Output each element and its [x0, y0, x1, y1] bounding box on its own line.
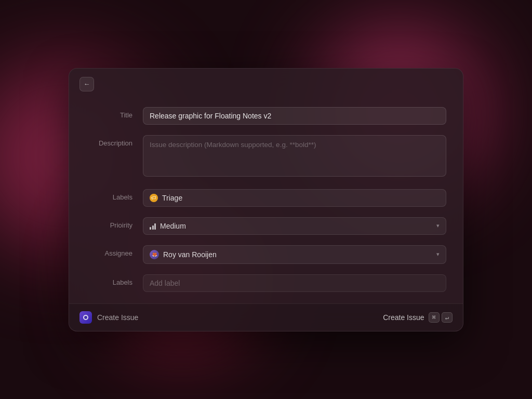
- triage-dot-icon: 🏷: [150, 194, 158, 202]
- footer-app-label: Create Issue: [97, 313, 138, 322]
- assignee-label: Assignee: [86, 245, 143, 257]
- keyboard-shortcut: ⌘ ↵: [429, 312, 453, 323]
- add-label-row: Labels: [69, 269, 463, 297]
- create-issue-text: Create Issue: [383, 313, 424, 322]
- assignee-control: 🦊 Roy van Rooijen ▾: [143, 245, 446, 264]
- description-input[interactable]: [143, 135, 446, 177]
- assignee-value: Roy van Rooijen: [163, 250, 217, 259]
- description-row: Description: [69, 130, 463, 184]
- title-input[interactable]: [143, 107, 446, 125]
- chevron-down-icon: ▾: [436, 251, 440, 258]
- priority-select[interactable]: Medium ▾: [143, 217, 446, 235]
- back-arrow-icon: ←: [84, 80, 90, 88]
- priority-row: Prioirity Medium ▾: [69, 212, 463, 240]
- app-icon: [79, 311, 92, 324]
- modal-footer: Create Issue Create Issue ⌘ ↵: [69, 303, 463, 331]
- create-issue-modal: ← Title Description Labels 🏷 Triage: [69, 68, 463, 331]
- title-control: [143, 107, 446, 125]
- enter-key: ↵: [442, 312, 453, 323]
- add-label-label: Labels: [86, 274, 143, 286]
- svg-point-1: [84, 316, 87, 319]
- modal-body: Title Description Labels 🏷 Triage P: [69, 96, 463, 297]
- add-label-input[interactable]: [143, 274, 446, 292]
- priority-label: Prioirity: [86, 217, 143, 229]
- modal-header: ←: [69, 69, 463, 96]
- title-label: Title: [86, 107, 143, 119]
- footer-left: Create Issue: [79, 311, 138, 324]
- description-control: [143, 135, 446, 179]
- title-row: Title: [69, 102, 463, 130]
- description-label: Description: [86, 135, 143, 147]
- chevron-down-icon: ▾: [436, 222, 440, 229]
- assignee-select[interactable]: 🦊 Roy van Rooijen ▾: [143, 245, 446, 264]
- back-button[interactable]: ←: [79, 77, 94, 91]
- priority-control: Medium ▾: [143, 217, 446, 235]
- labels-triage-field[interactable]: 🏷 Triage: [143, 189, 446, 207]
- labels-triage-label: Labels: [86, 189, 143, 201]
- priority-value: Medium: [160, 222, 186, 230]
- labels-triage-control: 🏷 Triage: [143, 189, 446, 207]
- add-label-control: [143, 274, 446, 292]
- triage-value: Triage: [162, 194, 182, 202]
- cmd-key: ⌘: [429, 312, 440, 323]
- priority-icon: [150, 222, 156, 230]
- assignee-avatar: 🦊: [150, 250, 159, 259]
- footer-right: Create Issue ⌘ ↵: [383, 312, 453, 323]
- labels-triage-row: Labels 🏷 Triage: [69, 184, 463, 212]
- assignee-row: Assignee 🦊 Roy van Rooijen ▾: [69, 240, 463, 269]
